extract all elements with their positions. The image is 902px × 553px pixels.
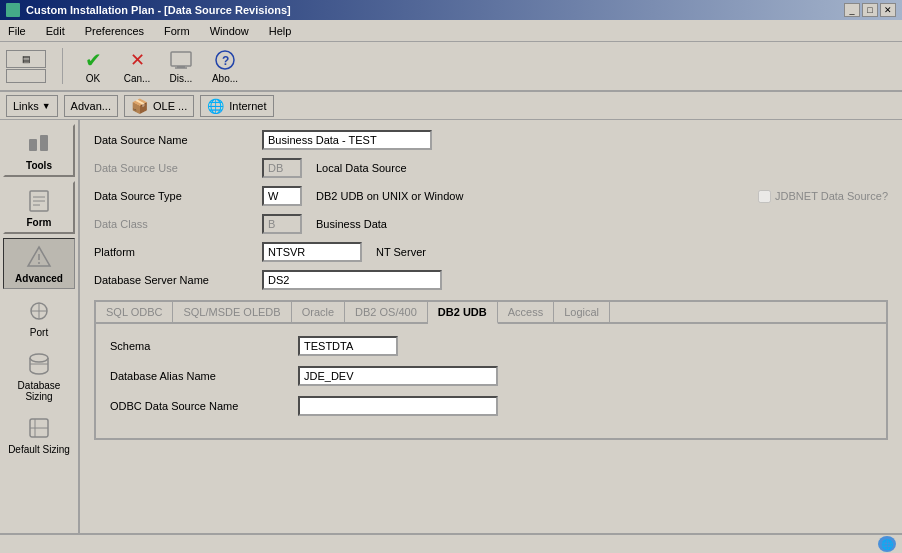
cancel-icon: ✕ <box>125 48 149 72</box>
advanced-sidebar-label: Advanced <box>15 273 63 284</box>
title-bar: Custom Installation Plan - [Data Source … <box>0 0 902 20</box>
database-sizing-label: Database Sizing <box>7 380 71 402</box>
sidebar: Tools Form Advanced <box>0 120 80 553</box>
window-controls: _ □ ✕ <box>844 3 896 17</box>
tab-oracle[interactable]: Oracle <box>292 302 345 322</box>
tab-db2udb-content: Schema Database Alias Name ODBC Data Sou… <box>96 324 886 438</box>
sidebar-item-database-sizing[interactable]: Database Sizing <box>3 346 75 406</box>
data-source-type-input[interactable] <box>262 186 302 206</box>
form-area: Data Source Name Data Source Use DB Loca… <box>80 120 902 553</box>
db-server-name-label: Database Server Name <box>94 274 254 286</box>
tab-sql-odbc[interactable]: SQL ODBC <box>96 302 173 322</box>
schema-label: Schema <box>110 340 290 352</box>
default-sizing-label: Default Sizing <box>8 444 70 455</box>
ole-label: OLE ... <box>153 100 187 112</box>
menu-bar: File Edit Preferences Form Window Help <box>0 20 902 42</box>
status-icon: 🌐 <box>878 536 896 552</box>
menu-file[interactable]: File <box>4 24 30 38</box>
ok-icon: ✔ <box>81 48 105 72</box>
app-icon <box>6 3 20 17</box>
sidebar-item-default-sizing[interactable]: Default Sizing <box>3 410 75 459</box>
links-label: Links <box>13 100 39 112</box>
maximize-button[interactable]: □ <box>862 3 878 17</box>
minimize-button[interactable]: _ <box>844 3 860 17</box>
db-server-name-input[interactable] <box>262 270 442 290</box>
tab-logical[interactable]: Logical <box>554 302 610 322</box>
data-source-type-label: Data Source Type <box>94 190 254 202</box>
platform-row: Platform NT Server <box>94 242 888 262</box>
tools-icon <box>25 130 53 158</box>
platform-suffix: NT Server <box>376 246 426 258</box>
db-server-name-row: Database Server Name <box>94 270 888 290</box>
display-label: Dis... <box>170 73 193 84</box>
port-label: Port <box>30 327 48 338</box>
data-source-use-label: Data Source Use <box>94 162 254 174</box>
advanced-label: Advan... <box>71 100 111 112</box>
tab-sql-msde-oledb[interactable]: SQL/MSDE OLEDB <box>173 302 291 322</box>
schema-input[interactable] <box>298 336 398 356</box>
ole-button[interactable]: 📦 OLE ... <box>124 95 194 117</box>
data-class-input: B <box>262 214 302 234</box>
data-source-name-label: Data Source Name <box>94 134 254 146</box>
svg-point-13 <box>38 262 40 264</box>
about-button[interactable]: ? Abo... <box>207 46 243 86</box>
advanced-button[interactable]: Advan... <box>64 95 118 117</box>
odbc-ds-name-row: ODBC Data Source Name <box>110 396 872 416</box>
db-alias-name-row: Database Alias Name <box>110 366 872 386</box>
data-source-use-row: Data Source Use DB Local Data Source <box>94 158 888 178</box>
data-source-name-input[interactable] <box>262 130 432 150</box>
tab-access[interactable]: Access <box>498 302 554 322</box>
status-bar: 🌐 <box>0 533 902 553</box>
window-title: Custom Installation Plan - [Data Source … <box>26 4 291 16</box>
menu-preferences[interactable]: Preferences <box>81 24 148 38</box>
db-alias-name-input[interactable] <box>298 366 498 386</box>
menu-edit[interactable]: Edit <box>42 24 69 38</box>
toolbar: ▤ ✔ OK ✕ Can... Dis... ? Abo... <box>0 42 902 92</box>
data-class-row: Data Class B Business Data <box>94 214 888 234</box>
menu-help[interactable]: Help <box>265 24 296 38</box>
form-icon <box>25 187 53 215</box>
menu-window[interactable]: Window <box>206 24 253 38</box>
sidebar-item-port[interactable]: Port <box>3 293 75 342</box>
links-bar: Links ▼ Advan... 📦 OLE ... 🌐 Internet <box>0 92 902 120</box>
data-source-name-row: Data Source Name <box>94 130 888 150</box>
svg-rect-6 <box>40 135 48 151</box>
ok-button[interactable]: ✔ OK <box>75 46 111 86</box>
toolbar-sep-1 <box>62 48 63 84</box>
platform-input[interactable] <box>262 242 362 262</box>
internet-button[interactable]: 🌐 Internet <box>200 95 273 117</box>
platform-label: Platform <box>94 246 254 258</box>
links-arrow: ▼ <box>42 101 51 111</box>
svg-rect-5 <box>29 139 37 151</box>
jdbnet-checkbox <box>758 190 771 203</box>
jdbnet-label: JDBNET Data Source? <box>775 190 888 202</box>
svg-point-17 <box>30 354 48 362</box>
data-source-type-suffix: DB2 UDB on UNIX or Window <box>316 190 463 202</box>
sidebar-item-form[interactable]: Form <box>3 181 75 234</box>
svg-rect-0 <box>171 52 191 66</box>
tabs-container: SQL ODBC SQL/MSDE OLEDB Oracle DB2 OS/40… <box>94 300 888 440</box>
links-button[interactable]: Links ▼ <box>6 95 58 117</box>
data-source-use-input: DB <box>262 158 302 178</box>
odbc-ds-name-label: ODBC Data Source Name <box>110 400 290 412</box>
tab-db2-udb[interactable]: DB2 UDB <box>428 302 498 324</box>
odbc-ds-name-input[interactable] <box>298 396 498 416</box>
internet-label: Internet <box>229 100 266 112</box>
schema-row: Schema <box>110 336 872 356</box>
display-button[interactable]: Dis... <box>163 46 199 86</box>
data-source-use-suffix: Local Data Source <box>316 162 407 174</box>
menu-form[interactable]: Form <box>160 24 194 38</box>
close-button[interactable]: ✕ <box>880 3 896 17</box>
data-source-type-row: Data Source Type DB2 UDB on UNIX or Wind… <box>94 186 888 206</box>
tab-db2-os400[interactable]: DB2 OS/400 <box>345 302 428 322</box>
svg-text:?: ? <box>222 54 229 68</box>
main-container: Tools Form Advanced <box>0 120 902 553</box>
about-label: Abo... <box>212 73 238 84</box>
cancel-button[interactable]: ✕ Can... <box>119 46 155 86</box>
about-icon: ? <box>213 48 237 72</box>
sidebar-item-tools[interactable]: Tools <box>3 124 75 177</box>
sidebar-item-advanced[interactable]: Advanced <box>3 238 75 289</box>
db-alias-name-label: Database Alias Name <box>110 370 290 382</box>
advanced-sidebar-icon <box>25 243 53 271</box>
display-icon <box>169 48 193 72</box>
